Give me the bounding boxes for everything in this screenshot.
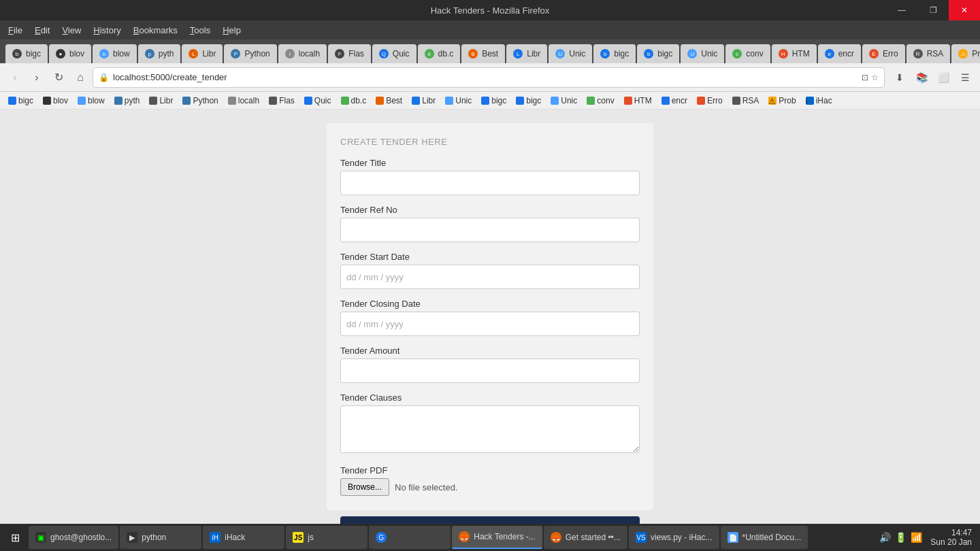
taskbar-terminal[interactable]: ▣ ghost@ghostlo... bbox=[29, 526, 118, 549]
downloads-icon[interactable]: ⬇ bbox=[890, 68, 909, 87]
bookmark-star-icon[interactable]: ☆ bbox=[871, 73, 879, 82]
taskbar-sound-icon[interactable]: 🔊 bbox=[879, 532, 891, 543]
tab-quic[interactable]: Q Quic bbox=[372, 44, 416, 63]
tab-bigc1[interactable]: b bigc bbox=[5, 44, 48, 63]
bookmark-python[interactable]: Python bbox=[180, 95, 220, 107]
tab-libr[interactable]: L Libr bbox=[182, 44, 223, 63]
bookmark-prob[interactable]: ⚠ Prob bbox=[766, 95, 798, 107]
bookmark-blov[interactable]: ● blov bbox=[40, 95, 71, 107]
bookmark-favicon-localhost bbox=[228, 97, 236, 105]
sync-icon[interactable]: ⬜ bbox=[934, 68, 953, 87]
tab-favicon-pyth: p bbox=[145, 49, 154, 59]
bookmark-bigc3[interactable]: bigc bbox=[513, 95, 544, 107]
minimize-button[interactable]: — bbox=[886, 0, 917, 20]
bookmark-flas[interactable]: Flas bbox=[266, 95, 297, 107]
tab-best[interactable]: B Best bbox=[461, 44, 505, 63]
taskbar-getstarted[interactable]: 🦊 Get started ••... bbox=[544, 526, 627, 549]
maximize-button[interactable]: ❐ bbox=[917, 0, 949, 20]
bookmark-unic1[interactable]: Unic bbox=[442, 95, 474, 107]
bookmark-rsa[interactable]: RSA bbox=[730, 95, 762, 107]
menu-history[interactable]: History bbox=[88, 23, 126, 37]
bookmark-blow[interactable]: blow bbox=[75, 95, 108, 107]
taskbar-apps-button[interactable]: ⊞ bbox=[3, 525, 27, 550]
bookmark-label-libr1: Libr bbox=[159, 96, 173, 105]
menu-view[interactable]: View bbox=[56, 23, 86, 37]
bookmark-label-python: Python bbox=[193, 96, 218, 105]
taskbar-js-icon: JS bbox=[293, 532, 304, 543]
forward-button[interactable]: › bbox=[27, 68, 46, 87]
browse-button[interactable]: Browse... bbox=[340, 478, 389, 496]
bookmark-pyth[interactable]: pyth bbox=[112, 95, 143, 107]
bookmark-db[interactable]: db.c bbox=[338, 95, 370, 107]
tab-pyth[interactable]: p pyth bbox=[138, 44, 181, 63]
tab-flas[interactable]: F Flas bbox=[328, 44, 371, 63]
reload-button[interactable]: ↻ bbox=[49, 68, 68, 87]
bookmark-unic2[interactable]: Unic bbox=[548, 95, 580, 107]
menu-edit[interactable]: Edit bbox=[29, 23, 55, 37]
tab-prob[interactable]: ⚠ Prob bbox=[951, 44, 980, 63]
bookmark-best[interactable]: Best bbox=[373, 95, 405, 107]
address-icons: ⊡ ☆ bbox=[862, 73, 879, 82]
reader-mode-icon[interactable]: ⊡ bbox=[862, 73, 868, 82]
bookmark-htm[interactable]: HTM bbox=[621, 95, 655, 107]
tender-ref-input[interactable] bbox=[340, 218, 640, 242]
bookmark-quic[interactable]: Quic bbox=[301, 95, 334, 107]
tender-closing-input[interactable] bbox=[340, 312, 640, 336]
menu-help[interactable]: Help bbox=[217, 23, 246, 37]
tender-clauses-input[interactable] bbox=[340, 405, 640, 453]
tab-localhost[interactable]: l localh bbox=[278, 44, 327, 63]
bookmarks-shelf-icon[interactable]: 📚 bbox=[912, 68, 931, 87]
tab-blow[interactable]: b blow bbox=[93, 44, 137, 63]
address-text[interactable]: localhost:5000/create_tender bbox=[113, 72, 858, 82]
home-button[interactable]: ⌂ bbox=[71, 68, 90, 87]
taskbar-vscode[interactable]: VS views.py - iHac... bbox=[629, 526, 719, 549]
tender-title-input[interactable] bbox=[340, 171, 640, 195]
bookmark-conv[interactable]: conv bbox=[584, 95, 617, 107]
address-bar[interactable]: 🔒 localhost:5000/create_tender ⊡ ☆ bbox=[93, 67, 885, 88]
tab-htm[interactable]: H HTM bbox=[772, 44, 817, 63]
tab-blov[interactable]: ● blov bbox=[49, 44, 91, 63]
tab-unic2[interactable]: U Unic bbox=[681, 44, 724, 63]
menu-bookmarks[interactable]: Bookmarks bbox=[128, 23, 183, 37]
bookmark-bigc2[interactable]: bigc bbox=[478, 95, 509, 107]
menu-file[interactable]: File bbox=[3, 23, 28, 37]
taskbar-wifi-icon[interactable]: 📶 bbox=[911, 532, 922, 543]
tender-start-input[interactable] bbox=[340, 265, 640, 289]
taskbar-clock[interactable]: 14:47 Sun 20 Jan bbox=[930, 528, 972, 547]
bookmark-bigc1[interactable]: bigc bbox=[5, 95, 36, 107]
tender-amount-group: Tender Amount bbox=[340, 346, 640, 383]
tab-encr[interactable]: e encr bbox=[818, 44, 861, 63]
taskbar-battery-icon[interactable]: 🔋 bbox=[895, 532, 906, 543]
menu-tools[interactable]: Tools bbox=[184, 23, 216, 37]
tab-favicon-bigc1: b bbox=[12, 49, 22, 59]
bookmark-libr2[interactable]: Libr bbox=[409, 95, 438, 107]
taskbar-untitled[interactable]: 📄 *Untitled Docu... bbox=[721, 526, 808, 549]
bookmark-erro[interactable]: Erro bbox=[694, 95, 725, 107]
taskbar-ihack[interactable]: iH iHack bbox=[203, 526, 284, 549]
taskbar-js[interactable]: JS js bbox=[286, 526, 368, 549]
create-tender-button[interactable]: Create Tender bbox=[340, 516, 640, 524]
taskbar-browser1[interactable]: G bbox=[369, 526, 451, 549]
menu-icon[interactable]: ☰ bbox=[956, 68, 975, 87]
tab-conv[interactable]: c conv bbox=[725, 44, 770, 63]
taskbar-hacktenders[interactable]: 🦊 Hack Tenders -... bbox=[452, 526, 542, 549]
tab-bigc3[interactable]: b bigc bbox=[637, 44, 679, 63]
taskbar-getstarted-label: Get started ••... bbox=[566, 533, 621, 542]
back-button[interactable]: ‹ bbox=[5, 68, 24, 87]
tab-erro[interactable]: E Erro bbox=[862, 44, 905, 63]
taskbar-python[interactable]: ▶ python bbox=[120, 526, 201, 549]
tab-unic1[interactable]: U Unic bbox=[549, 44, 592, 63]
bookmark-favicon-bigc2 bbox=[481, 97, 489, 105]
tab-rsa[interactable]: R RSA bbox=[906, 44, 951, 63]
close-button[interactable]: ✕ bbox=[949, 0, 980, 20]
tab-db[interactable]: d db.c bbox=[418, 44, 461, 63]
tab-bigc2[interactable]: b bigc bbox=[593, 44, 636, 63]
tab-favicon-flas: F bbox=[335, 49, 344, 59]
bookmark-encr[interactable]: encr bbox=[659, 95, 690, 107]
tender-amount-input[interactable] bbox=[340, 358, 640, 383]
bookmark-libr1[interactable]: Libr bbox=[146, 95, 176, 107]
tab-python[interactable]: P Python bbox=[224, 44, 276, 63]
bookmark-localhost[interactable]: localh bbox=[225, 95, 262, 107]
tab-libr2[interactable]: L Libr bbox=[506, 44, 547, 63]
bookmark-ihac[interactable]: i iHac bbox=[803, 95, 835, 107]
